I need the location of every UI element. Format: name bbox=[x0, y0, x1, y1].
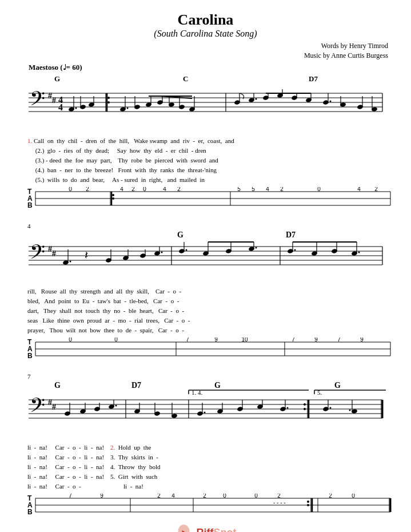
svg-text:#: # bbox=[48, 92, 52, 100]
svg-text:0: 0 bbox=[254, 494, 258, 499]
svg-text:7: 7 bbox=[292, 338, 295, 343]
staff-svg-3: G D7 G G 1. 4. 5. 𝄢 # # bbox=[23, 380, 388, 443]
svg-text:9: 9 bbox=[214, 338, 218, 343]
svg-text:4: 4 bbox=[171, 494, 175, 499]
svg-text:4: 4 bbox=[163, 187, 166, 192]
svg-text:9: 9 bbox=[360, 338, 364, 343]
staff-svg-1: G C D7 𝄢 # # 4 4 bbox=[23, 73, 388, 136]
svg-text:G: G bbox=[54, 381, 61, 390]
svg-point-183 bbox=[304, 403, 306, 406]
svg-point-108 bbox=[70, 260, 71, 262]
lyrics-line-2: (2.) glo - ries of thy dead; Say how thy… bbox=[27, 146, 388, 156]
song-title: Carolina bbox=[23, 11, 388, 29]
tab-svg-2: T A B 0 0 7 9 10 7 9 7 9 bbox=[27, 338, 393, 363]
svg-point-76 bbox=[112, 197, 114, 200]
svg-text:7: 7 bbox=[186, 338, 189, 343]
svg-text:0: 0 bbox=[143, 187, 146, 192]
lyric-num-2: 2. bbox=[110, 444, 115, 451]
lyrics-line-3: (3.) - deed the foe may part, Thy robe b… bbox=[27, 156, 388, 165]
svg-point-195 bbox=[115, 405, 117, 407]
svg-point-121 bbox=[186, 249, 187, 251]
svg-text:5: 5 bbox=[252, 187, 255, 192]
song-subtitle: (South Carolina State Song) bbox=[23, 29, 388, 39]
svg-text:7: 7 bbox=[337, 338, 341, 343]
lyrics-s2-l3: dart, They shall not touch thy no - ble … bbox=[27, 306, 388, 316]
svg-text:G: G bbox=[177, 231, 183, 239]
svg-text:G: G bbox=[334, 381, 341, 390]
svg-text:#: # bbox=[48, 398, 52, 407]
svg-text:#: # bbox=[48, 245, 52, 253]
svg-text:C: C bbox=[183, 74, 188, 83]
section-3: 7 G D7 G G 1. 4. 5. 𝄢 # # bbox=[23, 373, 388, 525]
tempo: Maestoso (♩= 60) bbox=[29, 63, 388, 72]
lyrics-s2-l4: seas Like thine own proud ar - mo - rial… bbox=[27, 316, 388, 325]
svg-text:5: 5 bbox=[237, 187, 241, 192]
lyrics-section-1: 1. Call on thy chil - dren of the hill, … bbox=[27, 136, 388, 185]
staff-svg-2: G D7 𝄢 # # 𝄽 bbox=[23, 229, 388, 287]
lyrics-s2-l2: bled, And point to Eu - taw's bat - tle-… bbox=[27, 296, 388, 306]
lyrics-section-2: rill, Rouse all thy strength and all thy… bbox=[27, 287, 388, 335]
lyrics-s3-l5: li - na! Car - o - li - na! bbox=[27, 482, 388, 491]
svg-text:4: 4 bbox=[120, 187, 123, 192]
svg-text:4: 4 bbox=[266, 187, 269, 192]
page: Carolina (South Carolina State Song) Wor… bbox=[0, 0, 411, 532]
lyrics-section-3: li - na! Car - o - li - na! 2. Hold up t… bbox=[27, 443, 388, 491]
measure-num-2: 4 bbox=[27, 223, 388, 229]
svg-text:𝄽: 𝄽 bbox=[85, 251, 88, 259]
svg-text:D7: D7 bbox=[286, 231, 296, 239]
svg-point-219 bbox=[349, 410, 351, 411]
riffspot-icon bbox=[175, 523, 193, 532]
svg-text:0: 0 bbox=[317, 187, 321, 192]
svg-text:B: B bbox=[27, 508, 33, 516]
svg-text:D7: D7 bbox=[309, 74, 318, 83]
svg-point-213 bbox=[287, 407, 289, 409]
svg-text:2: 2 bbox=[374, 187, 378, 192]
lyrics-line-5: (5.) wills to do and bear, As - sured in… bbox=[27, 175, 388, 185]
spot-part: Spot bbox=[214, 527, 237, 532]
svg-text:9: 9 bbox=[100, 494, 103, 499]
svg-point-75 bbox=[112, 194, 114, 196]
svg-text:#: # bbox=[52, 403, 56, 411]
svg-text:2: 2 bbox=[131, 187, 135, 192]
svg-text:5.: 5. bbox=[317, 389, 322, 396]
svg-point-128 bbox=[256, 247, 257, 248]
section-2: 4 G D7 𝄢 # # 𝄽 bbox=[23, 223, 388, 365]
measure-num-3: 7 bbox=[27, 373, 388, 380]
svg-text:G: G bbox=[54, 74, 60, 83]
svg-text:10: 10 bbox=[241, 338, 248, 343]
svg-text:2: 2 bbox=[329, 494, 332, 499]
svg-point-15 bbox=[107, 97, 110, 99]
title-section: Carolina (South Carolina State Song) bbox=[23, 11, 388, 39]
credits: Words by Henry Timrod Music by Anne Curt… bbox=[23, 41, 388, 61]
svg-text:B: B bbox=[27, 352, 33, 360]
svg-point-232 bbox=[307, 504, 309, 506]
lyrics-line-4: (4.) ban - ner to the breeze! Front with… bbox=[27, 165, 388, 175]
tempo-label: Maestoso (♩= 60) bbox=[29, 63, 82, 72]
tab-section-2: T A B 0 0 7 9 10 7 9 7 9 bbox=[27, 338, 388, 365]
svg-point-132 bbox=[294, 249, 296, 251]
svg-text:0: 0 bbox=[223, 494, 226, 499]
svg-text:#: # bbox=[52, 249, 56, 258]
svg-text:G: G bbox=[214, 381, 221, 390]
words-credit: Words by Henry Timrod bbox=[23, 41, 388, 51]
svg-point-47 bbox=[256, 98, 257, 100]
svg-text:- - - -: - - - - bbox=[273, 499, 286, 506]
svg-text:𝄢: 𝄢 bbox=[30, 88, 45, 114]
lyric-num: 1. bbox=[27, 137, 32, 144]
svg-point-59 bbox=[330, 100, 332, 102]
riffspot-text: RiffSpot bbox=[197, 527, 237, 532]
svg-point-16 bbox=[107, 101, 110, 104]
svg-text:𝄢: 𝄢 bbox=[30, 395, 45, 421]
svg-point-28 bbox=[127, 107, 129, 109]
tab-svg-3: T A B 7 9 2 4 2 bbox=[27, 494, 393, 522]
tab-svg-1: T A B 0 2 4 2 0 bbox=[27, 187, 393, 212]
svg-text:2: 2 bbox=[157, 494, 161, 499]
lyrics-s3-l3: li - na! Car - o - li - na! 4. Throw thy… bbox=[27, 462, 388, 472]
svg-text:0: 0 bbox=[352, 494, 355, 499]
svg-point-216 bbox=[330, 407, 332, 409]
svg-text:𝄢: 𝄢 bbox=[30, 241, 45, 268]
lyrics-s2-l5: prayer, Thou wilt not bow thee to de - s… bbox=[27, 325, 388, 335]
lyrics-s2-l1: rill, Rouse all thy strength and all thy… bbox=[27, 287, 388, 296]
svg-text:D7: D7 bbox=[131, 381, 141, 390]
tab-section-3: T A B 7 9 2 4 2 bbox=[27, 494, 388, 525]
